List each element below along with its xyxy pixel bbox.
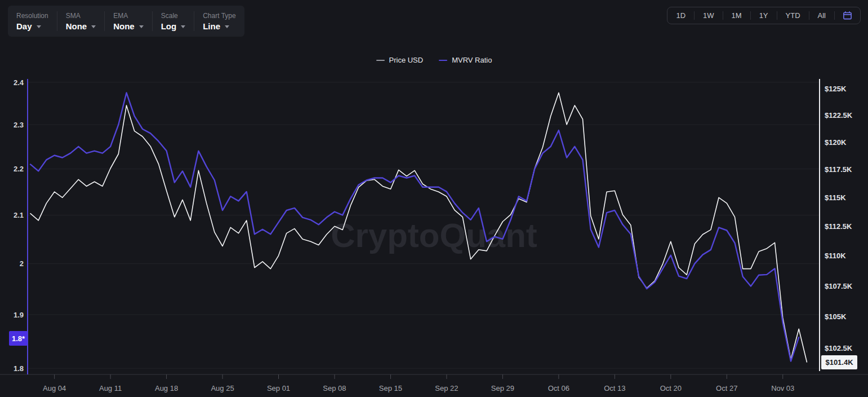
x-axis-tick-label: Sep 29 <box>491 384 514 392</box>
right-axis-tick-label: $125K <box>825 85 846 93</box>
x-axis-tick-label: Aug 11 <box>99 384 122 392</box>
left-axis-tick-label: 1.8 <box>0 364 24 373</box>
left-axis-tick-label: 2.3 <box>0 121 24 129</box>
mvrv-current-value-badge: 1.8* <box>9 331 28 346</box>
right-axis-tick-label: $115K <box>825 193 846 202</box>
x-axis-tick-label: Sep 15 <box>379 384 402 392</box>
x-axis-tick-label: Sep 22 <box>435 384 458 392</box>
right-axis-tick-label: $112.5K <box>825 222 852 231</box>
x-axis-tick-label: Sep 08 <box>323 384 346 392</box>
left-axis-tick-label: 1.9 <box>0 310 24 319</box>
x-axis-tick-label: Oct 06 <box>548 384 569 392</box>
right-axis-tick-label: $120K <box>825 138 846 146</box>
right-axis-tick-label: $110K <box>825 252 846 260</box>
right-axis-tick-label: $122.5K <box>825 111 852 119</box>
x-axis-tick-label: Aug 18 <box>155 384 178 392</box>
mvrv-ratio-line <box>30 93 799 361</box>
chart-canvas[interactable] <box>0 0 868 397</box>
x-axis-tick-label: Oct 20 <box>660 384 682 392</box>
x-axis-tick-label: Oct 27 <box>716 384 737 392</box>
x-axis-tick-label: Nov 03 <box>771 384 794 392</box>
right-axis-tick-label: $117.5K <box>825 165 852 174</box>
left-axis-tick-label: 2.4 <box>0 78 24 87</box>
x-axis-tick-label: Oct 13 <box>604 384 625 392</box>
left-axis-tick-label: 2.1 <box>0 211 24 219</box>
right-axis-tick-label: $102.5K <box>825 344 852 352</box>
right-axis-tick-label: $105K <box>825 312 846 321</box>
left-axis-tick-label: 2 <box>0 259 24 268</box>
price-current-value-badge: $101.4K <box>821 355 857 369</box>
x-axis-tick-label: Aug 25 <box>211 384 234 392</box>
x-axis-tick-label: Sep 01 <box>267 384 290 392</box>
price-usd-line <box>30 92 807 362</box>
x-axis-tick-label: Aug 04 <box>43 384 66 392</box>
left-axis-tick-label: 2.2 <box>0 165 24 173</box>
right-axis-tick-label: $107.5K <box>825 281 852 290</box>
